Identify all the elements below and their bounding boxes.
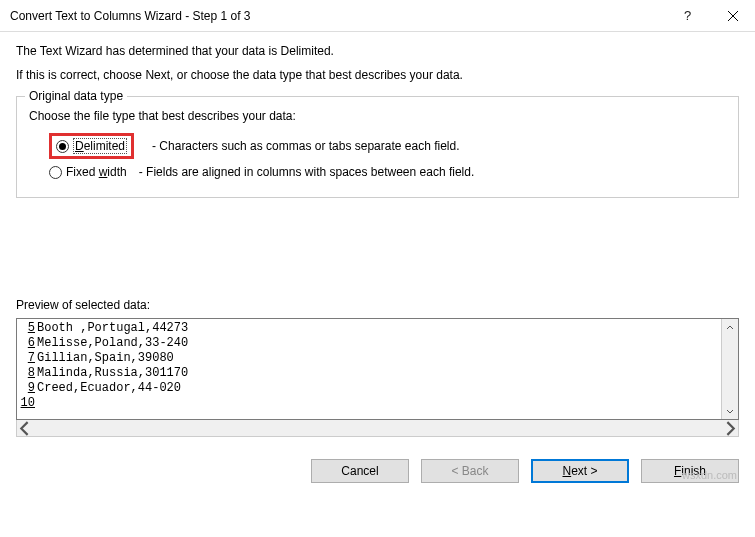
- titlebar: Convert Text to Columns Wizard - Step 1 …: [0, 0, 755, 32]
- fixed-width-row: Fixed width - Fields are aligned in colu…: [49, 165, 726, 179]
- help-button[interactable]: ?: [665, 0, 710, 32]
- button-bar: Cancel < Back Next > Finish: [0, 447, 755, 483]
- delimited-row: Delimited - Characters such as commas or…: [49, 133, 726, 159]
- horizontal-scrollbar[interactable]: [16, 420, 739, 437]
- preview-line-text: Malinda,Russia,301170: [37, 366, 188, 381]
- preview-line: 9Creed,Ecuador,44-020: [17, 381, 721, 396]
- radio-selected-dot: [59, 143, 66, 150]
- intro-text-1: The Text Wizard has determined that your…: [16, 44, 739, 58]
- intro-text-2: If this is correct, choose Next, or choo…: [16, 68, 739, 82]
- preview-line-number: 10: [17, 396, 37, 411]
- content-area: The Text Wizard has determined that your…: [0, 32, 755, 437]
- preview-line: 8Malinda,Russia,301170: [17, 366, 721, 381]
- close-button[interactable]: [710, 0, 755, 32]
- chevron-left-icon: [17, 420, 34, 437]
- vertical-scrollbar[interactable]: [721, 319, 738, 419]
- delimited-desc: - Characters such as commas or tabs sepa…: [152, 139, 459, 153]
- scroll-right-button[interactable]: [721, 420, 738, 436]
- chevron-right-icon: [721, 420, 738, 437]
- hscroll-track[interactable]: [34, 420, 721, 436]
- group-label: Original data type: [25, 89, 127, 103]
- preview-line-number: 6: [17, 336, 37, 351]
- back-button[interactable]: < Back: [421, 459, 519, 483]
- preview-line-text: Creed,Ecuador,44-020: [37, 381, 181, 396]
- scroll-track[interactable]: [722, 336, 738, 402]
- close-icon: [728, 11, 738, 21]
- scroll-down-button[interactable]: [722, 402, 738, 419]
- fixed-width-label[interactable]: Fixed width: [66, 165, 127, 179]
- original-data-type-group: Original data type Choose the file type …: [16, 96, 739, 198]
- preview-line: 10: [17, 396, 721, 411]
- delimited-radio[interactable]: [56, 140, 69, 153]
- scroll-left-button[interactable]: [17, 420, 34, 436]
- preview-line-number: 9: [17, 381, 37, 396]
- preview-line-text: Booth ,Portugal,44273: [37, 321, 188, 336]
- preview-line-text: Melisse,Poland,33-240: [37, 336, 188, 351]
- preview-line-number: 8: [17, 366, 37, 381]
- preview-line-number: 5: [17, 321, 37, 336]
- chevron-up-icon: [726, 324, 734, 332]
- delimited-label[interactable]: Delimited: [73, 138, 127, 154]
- cancel-button[interactable]: Cancel: [311, 459, 409, 483]
- preview-line-number: 7: [17, 351, 37, 366]
- scroll-up-button[interactable]: [722, 319, 738, 336]
- next-button[interactable]: Next >: [531, 459, 629, 483]
- preview-label: Preview of selected data:: [16, 298, 739, 312]
- preview-line-text: Gillian,Spain,39080: [37, 351, 174, 366]
- preview-box: 5Booth ,Portugal,442736Melisse,Poland,33…: [16, 318, 739, 420]
- preview-content: 5Booth ,Portugal,442736Melisse,Poland,33…: [17, 319, 721, 419]
- preview-line: 6Melisse,Poland,33-240: [17, 336, 721, 351]
- preview-line: 7Gillian,Spain,39080: [17, 351, 721, 366]
- window-title: Convert Text to Columns Wizard - Step 1 …: [10, 9, 665, 23]
- preview-line: 5Booth ,Portugal,44273: [17, 321, 721, 336]
- chevron-down-icon: [726, 407, 734, 415]
- fixed-width-radio[interactable]: [49, 166, 62, 179]
- delimited-highlight: Delimited: [49, 133, 134, 159]
- watermark: wsxdn.com: [682, 469, 737, 481]
- fixed-width-desc: - Fields are aligned in columns with spa…: [139, 165, 475, 179]
- group-subtext: Choose the file type that best describes…: [29, 109, 726, 123]
